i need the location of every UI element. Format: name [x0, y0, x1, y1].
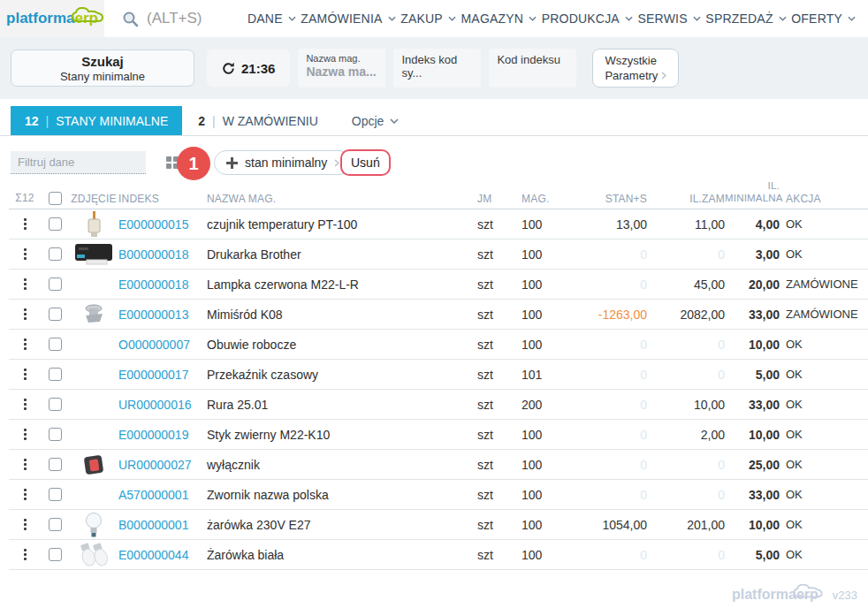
header-stan-s[interactable]: STAN+S: [567, 193, 647, 205]
index-link[interactable]: E000000013: [118, 308, 188, 322]
index-link[interactable]: E000000017: [118, 368, 188, 382]
add-stan-minimalny-button[interactable]: stan minimalny: [214, 150, 352, 175]
table-row: E000000013 Mimiśród K08 szt 100 -1263,00…: [9, 300, 868, 330]
row-checkbox[interactable]: [49, 247, 62, 261]
row-menu-icon[interactable]: [21, 426, 29, 443]
index-link[interactable]: A570000001: [118, 488, 188, 502]
refresh-button[interactable]: 21:36: [207, 49, 290, 87]
menu-item-dane[interactable]: DANE: [247, 11, 296, 26]
menu-item-produkcja[interactable]: PRODUKCJA: [542, 11, 633, 26]
tab-w-zamowieniu[interactable]: 2 | W ZAMÓWIENIU: [182, 106, 334, 135]
menu-item-magazyn[interactable]: MAGAZYN: [461, 11, 537, 26]
header-il-zam[interactable]: IL.ZAM: [647, 193, 725, 205]
filter-field-nazwa-mag[interactable]: Nazwa mag. Nazwa ma...: [298, 49, 385, 87]
product-name: Drukarka Brother: [207, 247, 472, 262]
menu-item-sprzedaż[interactable]: SPRZEDAŻ: [705, 11, 786, 26]
action-status: ZAMÓWIONE: [780, 277, 868, 291]
chevron-down-icon: [529, 16, 537, 21]
unit-value: szt: [472, 518, 514, 532]
row-checkbox[interactable]: [49, 277, 62, 291]
filter-input[interactable]: [11, 151, 146, 174]
row-menu-icon[interactable]: [21, 216, 29, 232]
header-nazwa[interactable]: NAZWA MAG.: [207, 193, 472, 205]
stan-s-value: 0: [567, 368, 647, 382]
index-link[interactable]: O000000007: [118, 338, 190, 352]
row-menu-icon[interactable]: [21, 396, 29, 413]
index-link[interactable]: E000000015: [118, 217, 188, 232]
header-akcja[interactable]: AKCJA: [780, 193, 868, 205]
il-zam-value: 0: [647, 488, 725, 502]
app-logo[interactable]: platformaerp: [0, 0, 104, 37]
il-minimalna-value: 20,00: [725, 277, 780, 292]
il-zam-value: 2,00: [647, 428, 725, 442]
row-menu-icon[interactable]: [21, 516, 29, 533]
header-jm[interactable]: JM: [472, 193, 514, 205]
filter-field-kod-indeksu[interactable]: Kod indeksu: [489, 49, 576, 87]
row-menu-icon[interactable]: [21, 336, 29, 353]
index-link[interactable]: E000000019: [118, 428, 188, 442]
index-link[interactable]: UR00000016: [118, 398, 192, 412]
row-menu-icon[interactable]: [21, 246, 29, 262]
index-link[interactable]: UR00000027: [118, 458, 192, 472]
row-menu-icon[interactable]: [21, 486, 29, 503]
global-search[interactable]: (ALT+S): [104, 0, 237, 37]
chevron-down-icon: [288, 16, 296, 21]
row-checkbox[interactable]: [49, 548, 62, 561]
index-link[interactable]: B000000001: [118, 518, 188, 532]
row-checkbox[interactable]: [49, 398, 62, 411]
all-parameters-button[interactable]: Wszystkie Parametry: [592, 49, 679, 87]
menu-item-zakup[interactable]: ZAKUP: [400, 11, 456, 26]
options-dropdown[interactable]: Opcje: [352, 106, 400, 135]
product-photo: [69, 211, 118, 238]
row-checkbox[interactable]: [49, 518, 62, 531]
select-all-checkbox[interactable]: [49, 192, 62, 205]
menu-item-oferty[interactable]: OFERTY: [791, 11, 856, 26]
menu-item-serwis[interactable]: SERWIS: [638, 11, 701, 26]
index-link[interactable]: B000000018: [118, 247, 188, 262]
unit-value: szt: [472, 277, 514, 292]
search-button[interactable]: Szukaj Stany minimalne: [11, 49, 194, 87]
action-status: OK: [780, 548, 868, 561]
stan-s-value: 0: [567, 398, 647, 412]
product-name: Obuwie robocze: [207, 338, 472, 352]
row-checkbox[interactable]: [49, 338, 62, 351]
search-icon: [122, 11, 139, 27]
bulb-photo: [85, 512, 103, 538]
il-minimalna-value: 25,00: [725, 458, 780, 472]
row-menu-icon[interactable]: [21, 306, 29, 323]
delete-button[interactable]: Usuń: [340, 149, 391, 176]
table-row: E000000044 Żarówka biała szt 100 0 0 5,0…: [9, 540, 868, 570]
filter-field-indeks-kod[interactable]: Indeks kod sy...: [393, 49, 481, 87]
row-checkbox[interactable]: [49, 458, 62, 471]
row-menu-icon[interactable]: [21, 546, 29, 563]
row-checkbox[interactable]: [49, 308, 62, 321]
header-indeks[interactable]: INDEKS: [118, 193, 207, 205]
row-checkbox[interactable]: [49, 428, 62, 441]
product-name: czujnik temperatury PT-100: [207, 217, 472, 232]
table-row: A570000001 Zwornik nazwa polska szt 100 …: [9, 480, 868, 510]
product-photo: [69, 303, 118, 325]
il-zam-value: 0: [647, 247, 725, 262]
stan-s-value: 13,00: [567, 217, 647, 232]
action-status: OK: [780, 518, 868, 531]
row-menu-icon[interactable]: [21, 366, 29, 383]
index-link[interactable]: E000000044: [118, 548, 188, 562]
sum-counter: Σ12: [9, 193, 41, 205]
il-zam-value: 0: [647, 338, 725, 352]
menu-item-zamówienia[interactable]: ZAMÓWIENIA: [301, 11, 395, 26]
row-checkbox[interactable]: [49, 217, 62, 231]
row-menu-icon[interactable]: [21, 276, 29, 293]
unit-value: szt: [472, 428, 514, 442]
unit-value: szt: [472, 548, 514, 562]
tab-stany-minimalne[interactable]: 12 | STANY MINIMALNE: [11, 106, 182, 135]
row-checkbox[interactable]: [49, 368, 62, 381]
unit-value: szt: [472, 217, 514, 232]
header-il-minimalna[interactable]: IL. MINIMALNA: [725, 180, 780, 205]
header-mag[interactable]: MAG.: [514, 193, 567, 205]
action-status: OK: [780, 428, 868, 441]
header-zdjecie[interactable]: ZDJĘCIE: [69, 193, 118, 205]
row-checkbox[interactable]: [49, 488, 62, 501]
action-status: OK: [780, 217, 868, 231]
index-link[interactable]: E000000018: [118, 277, 188, 292]
row-menu-icon[interactable]: [21, 456, 29, 473]
